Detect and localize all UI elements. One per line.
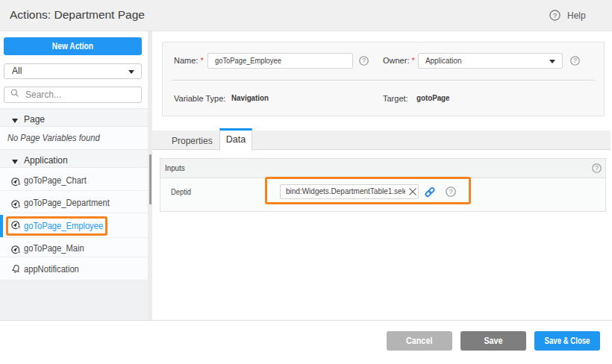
svg-text:?: ?	[573, 57, 577, 64]
svg-text:?: ?	[553, 11, 557, 19]
svg-text:?: ?	[362, 57, 366, 64]
svg-text:?: ?	[449, 188, 452, 195]
svg-text:?: ?	[595, 164, 599, 172]
